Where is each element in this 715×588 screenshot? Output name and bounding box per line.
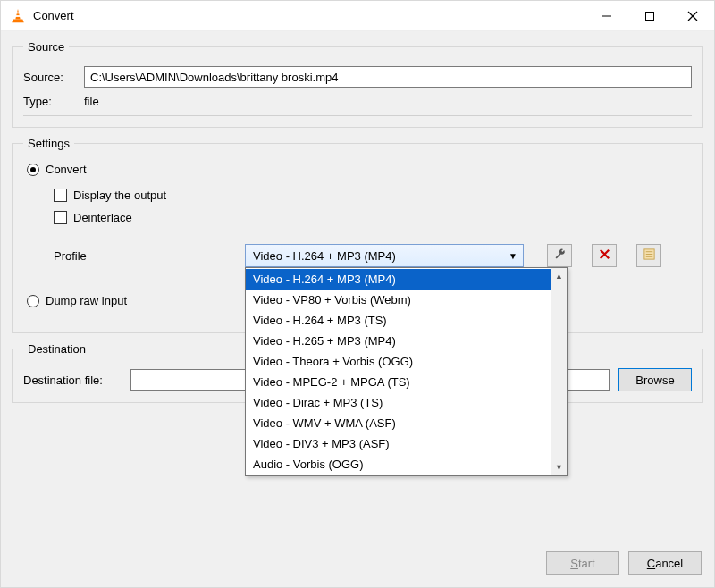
deinterlace-label: Deinterlace (73, 211, 132, 224)
profile-option[interactable]: Video - Theora + Vorbis (OGG) (246, 351, 551, 372)
convert-radio[interactable]: Convert (27, 163, 692, 176)
dialog-button-row: Start Cancel (546, 551, 702, 575)
svg-rect-1 (16, 12, 21, 13)
close-button[interactable] (671, 1, 714, 30)
profile-option-list: Video - H.264 + MP3 (MP4)Video - VP80 + … (246, 268, 551, 475)
deinterlace-checkbox[interactable]: Deinterlace (54, 211, 692, 224)
profile-selected-value: Video - H.264 + MP3 (MP4) (253, 249, 396, 263)
radio-icon (27, 295, 39, 307)
chevron-down-icon: ▼ (509, 251, 517, 261)
profile-option[interactable]: Video - MPEG-2 + MPGA (TS) (246, 372, 551, 392)
start-button[interactable]: Start (546, 551, 619, 575)
svg-rect-5 (646, 12, 654, 20)
source-input[interactable] (84, 66, 692, 88)
profile-option[interactable]: Audio - Vorbis (OGG) (246, 454, 551, 475)
minimize-button[interactable] (585, 1, 628, 30)
destination-file-label: Destination file: (23, 374, 122, 387)
wrench-icon (553, 248, 567, 264)
vlc-cone-icon (10, 8, 26, 24)
source-divider (23, 115, 692, 116)
type-label: Type: (23, 95, 75, 108)
display-output-checkbox[interactable]: Display the output (54, 189, 692, 202)
svg-marker-3 (12, 19, 24, 22)
profile-dropdown-popup: Video - H.264 + MP3 (MP4)Video - VP80 + … (245, 267, 568, 476)
window-controls (585, 1, 714, 30)
settings-legend: Settings (23, 137, 74, 150)
delete-profile-button[interactable] (592, 244, 617, 267)
profile-combobox[interactable]: Video - H.264 + MP3 (MP4) ▼ (245, 244, 524, 267)
radio-icon (27, 164, 39, 176)
profile-option[interactable]: Video - DIV3 + MP3 (ASF) (246, 433, 551, 454)
source-label: Source: (23, 71, 75, 84)
window-title: Convert (33, 9, 585, 22)
profile-option[interactable]: Video - H.265 + MP3 (MP4) (246, 331, 551, 351)
scroll-up-icon[interactable]: ▲ (551, 268, 567, 284)
display-output-label: Display the output (73, 189, 166, 202)
titlebar: Convert (1, 1, 714, 31)
edit-profile-button[interactable] (547, 244, 572, 267)
new-profile-icon (643, 248, 656, 264)
profile-label: Profile (54, 249, 232, 263)
destination-legend: Destination (23, 342, 90, 356)
client-area: Source Source: Type: file Settings Conve… (1, 31, 714, 587)
checkbox-icon (54, 189, 67, 202)
svg-marker-0 (15, 8, 20, 19)
convert-radio-label: Convert (46, 163, 87, 176)
svg-rect-2 (15, 15, 21, 17)
dump-raw-input-label: Dump raw input (46, 294, 127, 307)
delete-x-icon (598, 248, 611, 264)
new-profile-button[interactable] (636, 244, 661, 267)
dropdown-scrollbar[interactable]: ▲ ▼ (551, 268, 567, 475)
profile-option[interactable]: Video - WMV + WMA (ASF) (246, 413, 551, 433)
type-value: file (84, 95, 692, 108)
browse-button[interactable]: Browse (618, 368, 692, 391)
convert-dialog-window: Convert Source Source: Type: file (0, 0, 715, 588)
scroll-down-icon[interactable]: ▼ (551, 459, 567, 475)
source-legend: Source (23, 40, 69, 54)
profile-option[interactable]: Video - Dirac + MP3 (TS) (246, 392, 551, 413)
checkbox-icon (54, 211, 67, 224)
cancel-button[interactable]: Cancel (628, 551, 702, 575)
maximize-button[interactable] (628, 1, 671, 30)
source-group: Source Source: Type: file (12, 40, 703, 128)
profile-option[interactable]: Video - H.264 + MP3 (TS) (246, 310, 551, 331)
profile-option[interactable]: Video - H.264 + MP3 (MP4) (246, 269, 551, 290)
profile-option[interactable]: Video - VP80 + Vorbis (Webm) (246, 290, 551, 310)
